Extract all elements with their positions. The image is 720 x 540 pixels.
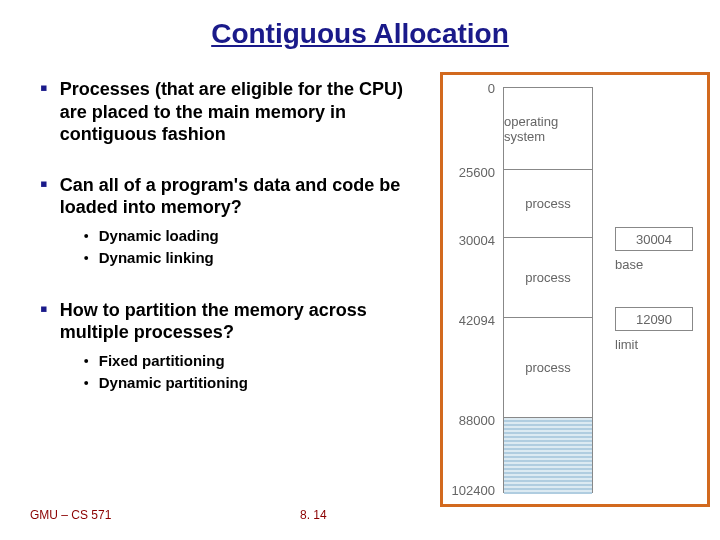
addr-label: 30004: [445, 233, 495, 248]
footer-pagenum: 8. 14: [300, 508, 327, 522]
seg-process: process: [504, 318, 592, 418]
slide-title: Contiguous Allocation: [0, 18, 720, 50]
sub-item: • Dynamic loading: [84, 227, 430, 245]
sub-text: Dynamic loading: [99, 227, 219, 244]
memory-diagram: 0 25600 30004 42094 88000 102400 operati…: [440, 72, 710, 507]
memory-column: operating system process process process: [503, 87, 593, 493]
addr-label: 88000: [445, 413, 495, 428]
sub-item: • Dynamic partitioning: [84, 374, 430, 392]
sub-text: Dynamic partitioning: [99, 374, 248, 391]
bullet-1-text: Processes (that are eligible for the CPU…: [60, 78, 430, 146]
seg-process: process: [504, 170, 592, 238]
sub-item: • Dynamic linking: [84, 249, 430, 267]
bullet-2-sublist: • Dynamic loading • Dynamic linking: [60, 227, 430, 267]
sub-text: Dynamic linking: [99, 249, 214, 266]
footer-left: GMU – CS 571: [30, 508, 111, 522]
seg-os: operating system: [504, 88, 592, 170]
round-bullet-icon: •: [84, 374, 89, 392]
limit-register-label: limit: [615, 337, 638, 352]
round-bullet-icon: •: [84, 249, 89, 267]
slide-content: ▪ Processes (that are eligible for the C…: [40, 78, 430, 424]
round-bullet-icon: •: [84, 227, 89, 245]
square-bullet-icon: ▪: [40, 299, 48, 319]
addr-label: 102400: [445, 483, 495, 498]
seg-process: process: [504, 238, 592, 318]
base-register-box: 30004: [615, 227, 693, 251]
bullet-3-text: How to partition the memory across multi…: [60, 299, 430, 344]
addr-label: 25600: [445, 165, 495, 180]
bullet-3-sublist: • Fixed partitioning • Dynamic partition…: [60, 352, 430, 392]
addr-label: 42094: [445, 313, 495, 328]
base-register-label: base: [615, 257, 643, 272]
square-bullet-icon: ▪: [40, 78, 48, 98]
bullet-2-text: Can all of a program's data and code be …: [60, 174, 430, 219]
sub-item: • Fixed partitioning: [84, 352, 430, 370]
round-bullet-icon: •: [84, 352, 89, 370]
seg-free: [504, 418, 592, 494]
square-bullet-icon: ▪: [40, 174, 48, 194]
sub-text: Fixed partitioning: [99, 352, 225, 369]
addr-label: 0: [445, 81, 495, 96]
bullet-2: ▪ Can all of a program's data and code b…: [40, 174, 430, 271]
bullet-3: ▪ How to partition the memory across mul…: [40, 299, 430, 396]
limit-register-box: 12090: [615, 307, 693, 331]
bullet-1: ▪ Processes (that are eligible for the C…: [40, 78, 430, 146]
